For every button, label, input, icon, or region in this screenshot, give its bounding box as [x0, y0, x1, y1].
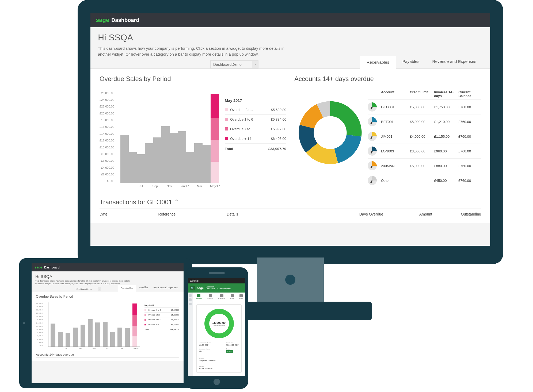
bar-Jun[interactable] — [120, 135, 129, 182]
phone-screen: Outlook 🔍 sage Customer CUS1001 – Custom… — [188, 278, 245, 376]
bar-Dec[interactable] — [95, 322, 100, 347]
bar-Dec[interactable] — [170, 133, 178, 183]
dataset-dropdown[interactable]: DashboardDemo ▾ — [210, 60, 258, 68]
bar-Apr[interactable] — [125, 328, 130, 347]
legend-row[interactable]: Overdue -3 t…£5,620.80 — [225, 105, 286, 115]
tab-revenue-expenses[interactable]: Revenue and Expenses — [426, 55, 483, 68]
tab-payables[interactable]: Payables — [396, 55, 426, 68]
overview-icon — [197, 294, 200, 297]
account-row[interactable]: Other£450.00£760.00 — [368, 173, 481, 188]
search-icon[interactable]: 🔍 — [190, 286, 195, 290]
th-amount: Amount — [383, 212, 432, 216]
app-title: Dashboard — [44, 266, 59, 269]
chevron-down-icon[interactable]: ▾ — [252, 61, 258, 68]
bar-Oct[interactable] — [153, 137, 162, 183]
bar-Aug[interactable] — [137, 154, 145, 182]
legend-total-value: £23,907.70 — [268, 147, 286, 151]
th-days-overdue: Days Overdue — [325, 212, 383, 216]
bar-chart-plot[interactable] — [48, 302, 140, 347]
bar-Apr[interactable] — [203, 145, 211, 182]
bar-chart[interactable]: £26,000.00£24,000.00£22,000.00£20,000.00… — [36, 302, 179, 349]
bar-Sep[interactable] — [145, 143, 153, 183]
bar-May'17[interactable] — [132, 303, 137, 347]
phone-tab-files[interactable]: Files — [239, 294, 243, 299]
phone-tab-contacts[interactable]: Contacts — [218, 294, 225, 299]
accounts-donut-chart[interactable] — [293, 95, 368, 170]
legend-row[interactable]: Overdue 1 to 6£5,884.60 — [225, 115, 286, 124]
bar-Mar[interactable] — [117, 328, 122, 347]
transactions-widget: Transactions for GEO001 ⌃ Date Reference… — [100, 198, 481, 216]
overdue-sales-widget: Overdue Sales by Period £26,000.00£24,00… — [100, 75, 286, 188]
phone-tabs: OverviewInvoicesContactsNotesFiles — [193, 293, 245, 301]
gauge-icon — [368, 132, 377, 141]
bar-Aug[interactable] — [66, 333, 70, 347]
tab-receivables[interactable]: Receivables — [360, 56, 396, 69]
chevron-down-icon[interactable]: ▾ — [98, 287, 101, 291]
bar-Mar[interactable] — [194, 143, 203, 183]
tab-payables[interactable]: Payables — [136, 285, 151, 291]
terms-badge: Good — [226, 350, 233, 353]
bar-Jun[interactable] — [51, 324, 55, 347]
bar-Feb[interactable] — [186, 152, 194, 183]
donut-slice[interactable] — [330, 101, 362, 136]
gauge-icon — [368, 102, 377, 112]
x-axis-labels: JulSepNovJan'17MarMay'17 — [48, 348, 140, 349]
phone-tab-invoices[interactable]: Invoices — [207, 294, 214, 299]
gauge-icon — [368, 147, 377, 156]
brand-logo: sage — [197, 286, 204, 290]
chart-legend: May 2017 Overdue -3 to 0£5,620.80Overdue… — [144, 304, 179, 349]
legend-row[interactable]: Overdue + 14£6,405.00 — [225, 134, 286, 144]
col-balance: Current Balance — [458, 90, 481, 98]
tab-receivables[interactable]: Receivables — [118, 285, 136, 291]
account-row[interactable]: 200MAN£5,000.00£880.00£760.00 — [368, 158, 481, 173]
customer-heading: Customer CUS1001 – Customer 001 — [206, 286, 231, 290]
bar-Nov[interactable] — [161, 126, 170, 182]
balance-ring-icon: £5,000.00 Account balance — [204, 309, 234, 338]
phone-statusbar: Outlook — [188, 278, 245, 283]
bar-Oct[interactable] — [81, 325, 85, 347]
bar-Sep[interactable] — [73, 328, 78, 347]
bar-chart[interactable]: £26,000.00£24,000.00£22,000.00£20,000.00… — [100, 91, 286, 188]
legend-row[interactable]: Overdue 7 to 13£5,997.30 — [144, 317, 179, 322]
bar-Jan'17[interactable] — [103, 322, 108, 347]
phone-app-header: 🔍 sage Customer CUS1001 – Customer 001 — [188, 283, 245, 293]
tab-bar: DashboardDemo ▾ Receivables Payables Rev… — [32, 285, 184, 291]
account-row[interactable]: BET001£5,000.00£1,210.00£760.00 — [368, 114, 481, 129]
gauge-icon — [368, 176, 377, 185]
bar-Jan'17[interactable] — [178, 131, 186, 182]
overdue-sales-title: Overdue Sales by Period — [100, 75, 286, 86]
bar-Nov[interactable] — [88, 319, 93, 347]
legend-row[interactable]: Overdue -3 to 0£5,620.80 — [144, 308, 179, 313]
legend-row[interactable]: Overdue 7 to…£5,997.30 — [225, 124, 286, 134]
tab-revenue-expenses[interactable]: Revenue and Expenses — [151, 285, 180, 291]
invoices-icon — [209, 294, 212, 297]
chart-legend: May 2017 Overdue -3 t…£5,620.80Overdue 1… — [225, 98, 286, 188]
account-row[interactable]: LON003£3,000.00£960.00£760.00 — [368, 144, 481, 158]
account-row[interactable]: JIM001£4,000.00£1,155.00£760.00 — [368, 129, 481, 144]
app-title: Dashboard — [111, 17, 139, 23]
accounts-title: Accounts 14+ days overdue — [36, 353, 179, 358]
balance-value: £5,000.00 — [212, 321, 226, 324]
donut-slice[interactable] — [334, 134, 361, 163]
legend-row[interactable]: Overdue 1 to 6£5,884.60 — [144, 313, 179, 317]
bar-chart-plot[interactable] — [119, 91, 220, 183]
gauge-icon — [368, 117, 377, 126]
bar-Jul[interactable] — [129, 152, 137, 183]
contacts-icon — [220, 294, 223, 297]
th-details: Details — [227, 212, 325, 216]
phone-tab-overview[interactable]: Overview — [195, 294, 202, 299]
account-row[interactable]: GEO001£5,000.00£1,750.00£760.00 — [368, 99, 481, 114]
overdue-sales-widget: Overdue Sales by Period £26,000.00£24,00… — [36, 295, 179, 358]
bar-May'17[interactable] — [211, 94, 219, 183]
legend-title: May 2017 — [225, 98, 286, 105]
y-axis-labels: £26,000.00£24,000.00£22,000.00£20,000.00… — [36, 302, 43, 349]
transactions-title: Transactions for GEO001 ⌃ — [100, 198, 481, 209]
legend-row[interactable]: Overdue + 14£6,405.00 — [144, 322, 179, 327]
accounts-widget: Accounts 14+ days overdue Account Credit… — [294, 75, 481, 188]
files-icon — [239, 294, 243, 297]
monitor-bezel: sage Dashboard Hi SSQA This dashboard sh… — [78, 0, 503, 264]
phone-tab-notes[interactable]: Notes — [230, 294, 234, 299]
bar-Feb[interactable] — [110, 332, 115, 347]
bar-Jul[interactable] — [58, 332, 63, 347]
dataset-dropdown[interactable]: DashboardDemo ▾ — [75, 287, 101, 291]
